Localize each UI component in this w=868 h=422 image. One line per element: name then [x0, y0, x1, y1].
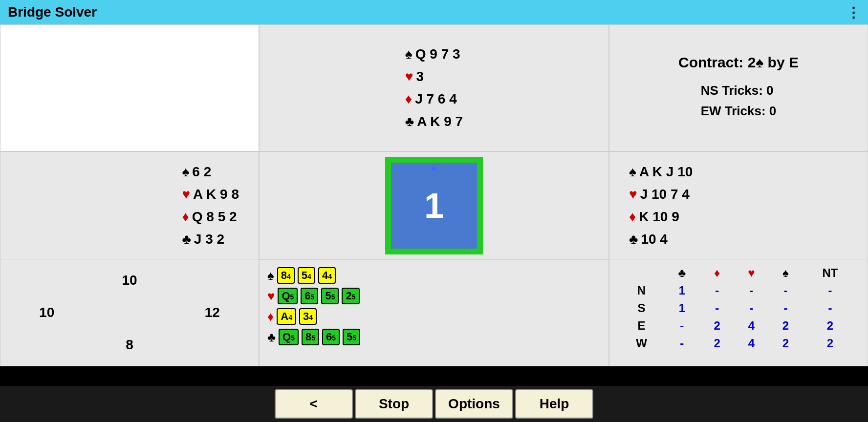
- dd-e-hearts: 4: [734, 317, 769, 335]
- south-heart-card-2: 65: [301, 288, 318, 304]
- south-hand: ♠ 84 54 44 ♥ Q5 65 55 25 ♦ A4 34 ♣: [259, 259, 609, 366]
- dd-e-clubs: -: [664, 317, 700, 335]
- south-diamonds-row: ♦ A4 34: [267, 308, 601, 325]
- menu-icon[interactable]: ⋮: [846, 4, 860, 21]
- contract-text: Contract: 2♠ by E: [678, 54, 799, 71]
- west-spade-cards: 6 2: [192, 162, 211, 182]
- ew-tricks: EW Tricks: 0: [701, 101, 777, 122]
- east-heart-suit: ♥: [629, 184, 637, 205]
- app-title: Bridge Solver: [8, 4, 97, 20]
- dd-row-n: N 1 - - - -: [619, 282, 858, 299]
- south-club-card-2: 85: [302, 329, 319, 345]
- trick-dot: [432, 167, 436, 171]
- south-spade-suit: ♠: [267, 268, 274, 283]
- dd-e-nt: 2: [803, 317, 858, 335]
- west-spades: ♠ 6 2: [182, 162, 239, 182]
- dd-header-hearts: ♥: [734, 264, 769, 282]
- east-spade-cards: A K J 10: [639, 162, 693, 182]
- score-mid-right: 12: [205, 305, 220, 320]
- north-hearts: ♥ 3: [405, 66, 463, 87]
- score-mid-left: 10: [39, 305, 54, 320]
- dd-s-hearts: -: [734, 299, 769, 317]
- trick-number: 1: [424, 186, 444, 226]
- dd-n-spades: -: [769, 282, 803, 299]
- dd-n-nt: -: [803, 282, 858, 299]
- dd-n-diamonds: -: [700, 282, 734, 299]
- dd-dir-e: E: [619, 317, 664, 335]
- east-hearts: ♥ J 10 7 4: [629, 184, 693, 205]
- east-hand: ♠ A K J 10 ♥ J 10 7 4 ♦ K 10 9 ♣ 10 4: [609, 151, 868, 260]
- tricks-info: NS Tricks: 0 EW Tricks: 0: [701, 81, 777, 121]
- east-spades: ♠ A K J 10: [629, 162, 693, 182]
- east-spade-suit: ♠: [629, 162, 636, 182]
- south-club-card-4: 55: [343, 329, 360, 345]
- east-diamond-suit: ♦: [629, 207, 636, 227]
- dd-dir-s: S: [619, 299, 664, 317]
- south-heart-suit: ♥: [267, 289, 275, 304]
- dd-header-spades: ♠: [769, 264, 803, 282]
- help-button[interactable]: Help: [515, 389, 593, 419]
- south-diamond-suit: ♦: [267, 309, 274, 324]
- stop-button[interactable]: Stop: [355, 389, 433, 419]
- dd-dir-n: N: [619, 282, 664, 299]
- middle-row: ♠ 6 2 ♥ A K 9 8 ♦ Q 8 5 2 ♣ J 3 2: [0, 151, 868, 259]
- dd-s-diamonds: -: [700, 299, 734, 317]
- south-heart-card-1: Q5: [278, 288, 298, 304]
- south-heart-card-4: 25: [342, 288, 359, 304]
- north-heart-suit: ♥: [405, 66, 413, 87]
- dd-table: ♣ ♦ ♥ ♠ NT N 1 - - - -: [619, 264, 858, 352]
- south-heart-card-3: 55: [321, 288, 339, 304]
- south-spades-row: ♠ 84 54 44: [267, 267, 601, 284]
- west-hand: ♠ 6 2 ♥ A K 9 8 ♦ Q 8 5 2 ♣ J 3 2: [0, 151, 259, 260]
- dd-table-area: ♣ ♦ ♥ ♠ NT N 1 - - - -: [609, 259, 868, 366]
- south-clubs-row: ♣ Q5 85 65 55: [267, 329, 601, 345]
- top-left-empty: [0, 24, 259, 151]
- dd-w-nt: 2: [803, 335, 858, 352]
- south-hearts-row: ♥ Q5 65 55 25: [267, 288, 601, 304]
- west-diamond-suit: ♦: [182, 207, 189, 227]
- east-diamond-cards: K 10 9: [639, 207, 679, 227]
- main-area: ♠ Q 9 7 3 ♥ 3 ♦ J 7 6 4 ♣ A K 9 7 Contra…: [0, 24, 868, 386]
- dd-dir-w: W: [619, 335, 664, 352]
- contract-info: Contract: 2♠ by E NS Tricks: 0 EW Tricks…: [609, 24, 868, 151]
- score-top-mid: 10: [122, 273, 137, 288]
- dd-n-hearts: -: [734, 282, 769, 299]
- north-diamonds: ♦ J 7 6 4: [405, 89, 463, 109]
- south-club-suit: ♣: [267, 330, 276, 345]
- title-bar: Bridge Solver ⋮: [0, 0, 868, 24]
- north-heart-cards: 3: [416, 66, 424, 87]
- south-club-card-1: Q5: [279, 329, 299, 345]
- options-button[interactable]: Options: [435, 389, 513, 419]
- south-spade-card-2: 54: [298, 267, 315, 284]
- button-bar: < Stop Options Help: [0, 386, 868, 422]
- trick-area: 1: [259, 151, 609, 260]
- trick-box: 1: [385, 157, 483, 254]
- dd-w-spades: 2: [769, 335, 803, 352]
- west-spade-suit: ♠: [182, 162, 189, 182]
- west-clubs: ♣ J 3 2: [182, 229, 239, 250]
- north-clubs: ♣ A K 9 7: [405, 111, 463, 132]
- dd-row-w: W - 2 4 2 2: [619, 335, 858, 352]
- dd-w-hearts: 4: [734, 335, 769, 352]
- north-diamond-suit: ♦: [405, 89, 412, 109]
- east-heart-cards: J 10 7 4: [640, 184, 690, 205]
- east-clubs: ♣ 10 4: [629, 229, 693, 250]
- south-club-card-3: 65: [322, 329, 340, 345]
- ns-tricks: NS Tricks: 0: [701, 81, 777, 101]
- dd-s-spades: -: [769, 299, 803, 317]
- east-cards: ♠ A K J 10 ♥ J 10 7 4 ♦ K 10 9 ♣ 10 4: [629, 162, 693, 250]
- north-club-suit: ♣: [405, 111, 414, 132]
- north-diamond-cards: J 7 6 4: [415, 89, 457, 109]
- west-diamond-cards: Q 8 5 2: [192, 207, 237, 227]
- south-spade-card-1: 84: [277, 267, 295, 284]
- south-spade-card-3: 44: [318, 267, 336, 284]
- score-bot-mid: 8: [126, 337, 133, 353]
- dd-s-nt: -: [803, 299, 858, 317]
- score-area: 10 10 12 8: [0, 259, 259, 366]
- west-heart-suit: ♥: [182, 184, 190, 205]
- back-button[interactable]: <: [275, 389, 353, 419]
- west-hearts: ♥ A K 9 8: [182, 184, 239, 205]
- east-diamonds: ♦ K 10 9: [629, 207, 693, 227]
- dd-header-nt: NT: [803, 264, 858, 282]
- west-cards: ♠ 6 2 ♥ A K 9 8 ♦ Q 8 5 2 ♣ J 3 2: [182, 162, 239, 250]
